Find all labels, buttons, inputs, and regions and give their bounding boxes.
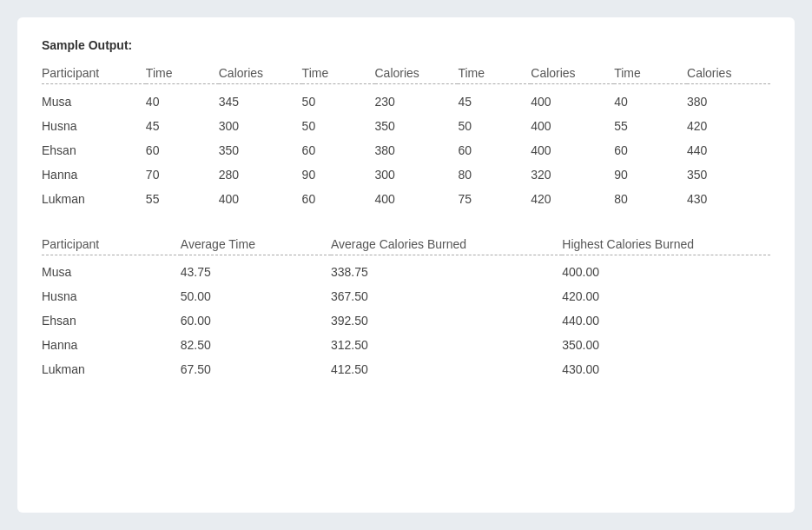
table1-cell-4-1: 55 (146, 187, 219, 211)
table1-cell-2-4: 380 (375, 138, 459, 162)
th-time-2: Time (302, 63, 375, 84)
table2-cell-3-2: 312.50 (331, 333, 562, 357)
table1-cell-4-4: 400 (375, 187, 459, 211)
table1-cell-1-7: 55 (614, 114, 687, 138)
table1-cell-4-8: 430 (687, 187, 770, 211)
table1-cell-0-8: 380 (687, 89, 770, 114)
table1-cell-1-4: 350 (375, 114, 459, 138)
table1-cell-2-6: 400 (531, 138, 614, 162)
table1-cell-0-0: Musa (42, 89, 146, 114)
th2-avg-cal: Average Calories Burned (331, 234, 562, 255)
table2-body: Musa43.75338.75400.00Husna50.00367.50420… (42, 260, 770, 381)
table1-cell-3-5: 80 (458, 162, 531, 187)
table1-cell-3-7: 90 (614, 162, 687, 187)
table2-cell-1-2: 367.50 (331, 284, 562, 308)
table2-cell-0-1: 43.75 (181, 260, 331, 284)
table2-cell-2-3: 440.00 (562, 308, 770, 333)
table1-cell-0-6: 400 (531, 89, 614, 114)
th-calories-1: Calories (219, 63, 302, 84)
table1-cell-0-7: 40 (614, 89, 687, 114)
table1-cell-2-8: 440 (687, 138, 770, 162)
table2-cell-3-0: Hanna (42, 333, 181, 357)
table1-cell-3-4: 300 (375, 162, 459, 187)
table2-cell-4-1: 67.50 (181, 357, 331, 381)
table1-cell-0-4: 230 (375, 89, 459, 114)
th-calories-4: Calories (687, 63, 770, 84)
table1-cell-4-7: 80 (614, 187, 687, 211)
table-row: Musa40345502304540040380 (42, 89, 770, 114)
table1-cell-2-1: 60 (146, 138, 219, 162)
table2-cell-1-1: 50.00 (181, 284, 331, 308)
th2-avg-time: Average Time (181, 234, 331, 255)
table1-cell-3-6: 320 (531, 162, 614, 187)
th2-high-cal: Highest Calories Burned (562, 234, 770, 255)
table1-cell-1-1: 45 (146, 114, 219, 138)
table1-cell-3-2: 280 (219, 162, 302, 187)
table2-cell-2-1: 60.00 (181, 308, 331, 333)
table2-cell-1-3: 420.00 (562, 284, 770, 308)
table-row: Hanna82.50312.50350.00 (42, 333, 770, 357)
table-row: Ehsan60350603806040060440 (42, 138, 770, 162)
table2-cell-4-0: Lukman (42, 357, 181, 381)
th-time-3: Time (458, 63, 531, 84)
spacer-1 (42, 216, 770, 234)
table1-cell-0-2: 345 (219, 89, 302, 114)
section-title: Sample Output: (42, 38, 770, 52)
table1-cell-1-8: 420 (687, 114, 770, 138)
table1-cell-3-0: Hanna (42, 162, 146, 187)
table2-cell-2-0: Ehsan (42, 308, 181, 333)
table1-cell-3-1: 70 (146, 162, 219, 187)
sample-output-table-2: Participant Average Time Average Calorie… (42, 234, 770, 382)
th-calories-2: Calories (375, 63, 459, 84)
table2-cell-3-3: 350.00 (562, 333, 770, 357)
th-time-4: Time (614, 63, 687, 84)
table1-cell-1-2: 300 (219, 114, 302, 138)
table1-cell-2-5: 60 (458, 138, 531, 162)
table-row: Lukman55400604007542080430 (42, 187, 770, 211)
table2-cell-2-2: 392.50 (331, 308, 562, 333)
table-row: Hanna70280903008032090350 (42, 162, 770, 187)
th-calories-3: Calories (531, 63, 614, 84)
th-time-1: Time (146, 63, 219, 84)
table1-cell-2-2: 350 (219, 138, 302, 162)
table1-cell-2-0: Ehsan (42, 138, 146, 162)
table1-cell-0-3: 50 (302, 89, 375, 114)
th-participant-1: Participant (42, 63, 146, 84)
table2-cell-0-3: 400.00 (562, 260, 770, 284)
table1-cell-0-1: 40 (146, 89, 219, 114)
table1-cell-4-5: 75 (458, 187, 531, 211)
table1-cell-4-6: 420 (531, 187, 614, 211)
table2-header-row: Participant Average Time Average Calorie… (42, 234, 770, 255)
table2-cell-3-1: 82.50 (181, 333, 331, 357)
table1-cell-1-0: Husna (42, 114, 146, 138)
table-row: Husna45300503505040055420 (42, 114, 770, 138)
table2-cell-0-0: Musa (42, 260, 181, 284)
table1-cell-4-0: Lukman (42, 187, 146, 211)
table1-cell-3-3: 90 (302, 162, 375, 187)
table-row: Husna50.00367.50420.00 (42, 284, 770, 308)
table1-cell-3-8: 350 (687, 162, 770, 187)
table1-cell-2-7: 60 (614, 138, 687, 162)
table2-cell-0-2: 338.75 (331, 260, 562, 284)
table2-cell-4-2: 412.50 (331, 357, 562, 381)
table1-cell-4-3: 60 (302, 187, 375, 211)
table-row: Lukman67.50412.50430.00 (42, 357, 770, 381)
table1-cell-2-3: 60 (302, 138, 375, 162)
table1-cell-1-5: 50 (458, 114, 531, 138)
table1-header-row: Participant Time Calories Time Calories … (42, 63, 770, 84)
table-row: Ehsan60.00392.50440.00 (42, 308, 770, 333)
th2-participant: Participant (42, 234, 181, 255)
table1-cell-0-5: 45 (458, 89, 531, 114)
table2-cell-4-3: 430.00 (562, 357, 770, 381)
sample-output-table-1: Participant Time Calories Time Calories … (42, 63, 770, 211)
table1-cell-1-6: 400 (531, 114, 614, 138)
main-container: Sample Output: Participant Time Calories… (17, 17, 795, 513)
table1-cell-1-3: 50 (302, 114, 375, 138)
table1-cell-4-2: 400 (219, 187, 302, 211)
table-row: Musa43.75338.75400.00 (42, 260, 770, 284)
table1-body: Musa40345502304540040380Husna45300503505… (42, 89, 770, 211)
table2-cell-1-0: Husna (42, 284, 181, 308)
